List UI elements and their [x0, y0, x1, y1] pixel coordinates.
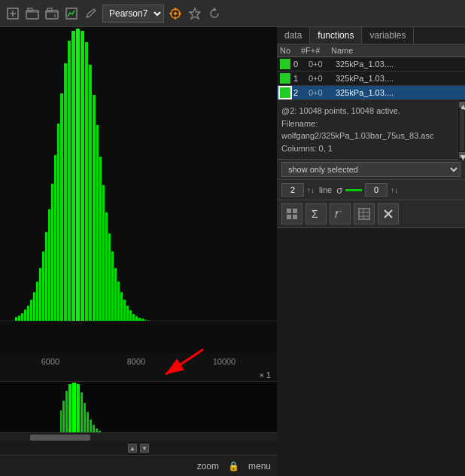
- svg-rect-70: [87, 412, 89, 432]
- x-label-10000: 10000: [213, 357, 236, 366]
- col-name: Name: [331, 46, 462, 55]
- scroll-up-btn[interactable]: ▲: [128, 444, 137, 453]
- info-line2: Filename:: [281, 117, 448, 130]
- info-line3: wolfgang2/325kPa_1.03bar_75us_83.asc: [281, 130, 448, 142]
- svg-rect-65: [68, 384, 71, 432]
- svg-rect-72: [93, 425, 95, 432]
- svg-rect-60: [147, 320, 149, 321]
- svg-rect-57: [138, 318, 141, 321]
- table-action-btn[interactable]: [354, 203, 375, 224]
- svg-text:Σ: Σ: [312, 208, 318, 220]
- svg-rect-61: [0, 382, 277, 432]
- svg-rect-30: [48, 209, 50, 321]
- mini-histogram: [0, 381, 277, 432]
- chart-icon[interactable]: [63, 5, 80, 22]
- scrollbar-down-btn[interactable]: ▼: [459, 152, 465, 158]
- edit-icon[interactable]: [83, 5, 99, 22]
- zoom-label: zoom: [197, 461, 219, 471]
- svg-rect-24: [30, 300, 32, 321]
- zoom-menu-bar: zoom 🔒 menu: [0, 455, 277, 476]
- right-panel: data functions variables No #F+# Name 0 …: [277, 27, 465, 476]
- x-axis: 6000 8000 10000: [0, 354, 277, 369]
- svg-rect-34: [60, 93, 63, 321]
- svg-rect-21: [21, 313, 23, 321]
- action-row: Σ f*: [277, 200, 465, 228]
- svg-rect-59: [144, 319, 146, 321]
- svg-rect-37: [71, 31, 75, 321]
- table-row[interactable]: 1 0+0 325kPa_1.03....: [277, 72, 465, 86]
- row-no-0: 0: [293, 60, 308, 69]
- svg-rect-63: [62, 401, 65, 432]
- svg-rect-45: [102, 185, 105, 321]
- svg-rect-56: [135, 316, 138, 321]
- x-label-8000: 8000: [127, 357, 145, 366]
- svg-rect-78: [293, 209, 297, 213]
- horizontal-scrollbar[interactable]: [0, 432, 277, 441]
- scroll-down-btn[interactable]: ▼: [140, 444, 149, 453]
- svg-rect-49: [114, 268, 117, 321]
- left-section: 6000 8000 10000 × 1: [0, 27, 277, 476]
- tab-functions[interactable]: functions: [310, 27, 362, 44]
- sigma-num-input[interactable]: [365, 183, 388, 197]
- num-input[interactable]: [281, 183, 304, 197]
- svg-rect-22: [24, 310, 26, 321]
- svg-text:f: f: [335, 209, 339, 220]
- svg-rect-17: [0, 27, 277, 321]
- svg-rect-31: [51, 184, 53, 321]
- row-color-0: [280, 59, 290, 69]
- new-icon[interactable]: [5, 5, 21, 22]
- arrows-right-btn[interactable]: ↑↓: [391, 186, 398, 194]
- fit-action-btn[interactable]: f*: [330, 203, 351, 224]
- x-label-6000: 6000: [41, 357, 59, 366]
- svg-rect-43: [96, 125, 99, 321]
- scrollbar-up-btn[interactable]: ▲: [459, 102, 465, 108]
- svg-rect-25: [33, 292, 35, 321]
- svg-rect-19: [15, 317, 17, 321]
- sigma-label: σ: [336, 185, 342, 196]
- x1-multiplier: × 1: [0, 369, 277, 381]
- menu-label[interactable]: menu: [248, 461, 271, 471]
- svg-rect-69: [84, 403, 86, 432]
- info-line1: @2: 10048 points, 10048 active.: [281, 105, 448, 117]
- svg-rect-47: [108, 233, 111, 321]
- svg-rect-48: [111, 252, 114, 321]
- svg-rect-80: [293, 215, 297, 219]
- main-layout: 6000 8000 10000 × 1: [0, 27, 465, 476]
- info-scrollbar[interactable]: ▲ ▼: [457, 100, 465, 160]
- green-line-indicator: [345, 189, 362, 191]
- rotate-icon[interactable]: [206, 5, 223, 22]
- row-no-1: 1: [293, 74, 308, 83]
- show-only-selected-dropdown[interactable]: show only selected: [281, 162, 460, 177]
- svg-rect-33: [57, 124, 59, 321]
- grid-action-btn[interactable]: [281, 203, 302, 224]
- svg-rect-50: [117, 282, 120, 321]
- scroll-thumb[interactable]: [30, 435, 90, 441]
- nav-row: ▲ ▼: [0, 441, 277, 455]
- close-action-btn[interactable]: [378, 203, 399, 224]
- arrows-left-btn[interactable]: ↑↓: [307, 186, 315, 194]
- svg-rect-40: [85, 42, 88, 321]
- svg-text:*: *: [339, 209, 342, 216]
- svg-rect-26: [36, 282, 38, 321]
- row-fplus-2: 0+0: [308, 88, 336, 97]
- row-name-2: 325kPa_1.03....: [336, 88, 462, 97]
- sum-action-btn[interactable]: Σ: [305, 203, 327, 224]
- star-icon[interactable]: [187, 5, 203, 22]
- export-icon[interactable]: [44, 5, 60, 22]
- table-row[interactable]: 2 0+0 325kPa_1.03....: [277, 86, 465, 100]
- lock-icon[interactable]: 🔒: [228, 461, 239, 471]
- col-fplus: #F+#: [301, 46, 331, 55]
- target-icon[interactable]: [167, 5, 184, 22]
- row-name-1: 325kPa_1.03....: [336, 74, 462, 83]
- histogram-chart: [0, 27, 277, 354]
- tab-variables[interactable]: variables: [362, 27, 414, 44]
- open-icon[interactable]: [24, 5, 41, 22]
- svg-rect-77: [287, 209, 291, 213]
- table-row[interactable]: 0 0+0 325kPa_1.03....: [277, 57, 465, 72]
- tab-data[interactable]: data: [277, 27, 310, 44]
- tab-bar: data functions variables: [277, 27, 465, 44]
- svg-rect-38: [76, 29, 80, 321]
- dataset-select[interactable]: Pearson7Pearson7: [102, 5, 164, 23]
- svg-rect-36: [68, 41, 71, 321]
- svg-rect-28: [42, 252, 44, 321]
